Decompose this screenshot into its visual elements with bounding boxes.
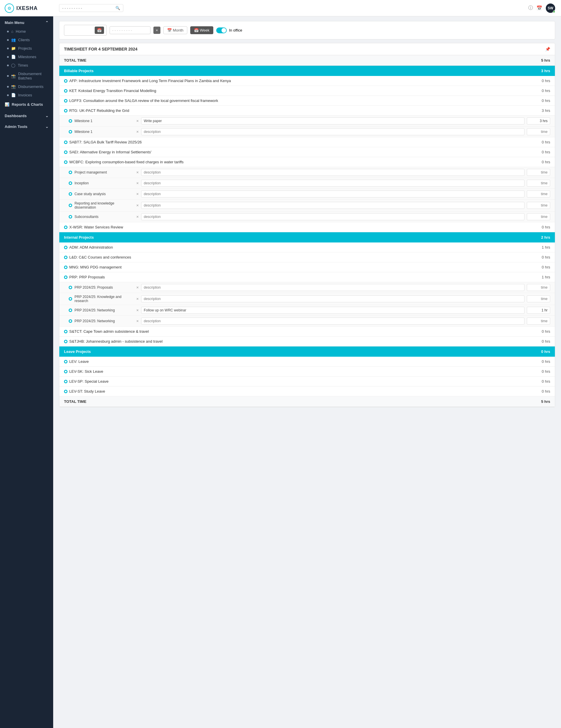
project-name-mng: MNG: MNG PDG management — [64, 265, 122, 269]
sidebar-item-reports[interactable]: 📊 Reports & Charts — [0, 99, 53, 110]
project-name-prp: PRP: PRP Proposals — [64, 275, 105, 279]
date-input-wrap[interactable]: 2024-09-04 📅 — [64, 25, 107, 36]
milestone-time-input[interactable] — [527, 128, 550, 135]
clear-button[interactable]: × — [153, 27, 160, 34]
milestone-time-input[interactable] — [527, 295, 550, 302]
milestone-row-prp-4: PRP 2024/25: Networking ✕ — [59, 316, 555, 327]
user-avatar[interactable]: SW — [546, 4, 555, 13]
milestone-desc-input[interactable] — [141, 128, 524, 135]
milestone-remove-button[interactable]: ✕ — [136, 192, 139, 196]
milestone-remove-button[interactable]: ✕ — [136, 297, 139, 301]
project-row-adm: ADM: ADM Administration 1 hrs — [59, 242, 555, 252]
milestone-desc-input[interactable] — [141, 190, 524, 197]
sidebar-item-home[interactable]: ⌂ Home — [0, 27, 53, 36]
total-time-top-value: 5 hrs — [541, 58, 550, 63]
milestone-remove-button[interactable]: ✕ — [136, 130, 139, 134]
milestone-row-wcbfc-5: Subconsultants ✕ — [59, 212, 555, 222]
calendar-icon[interactable]: 📅 — [536, 5, 542, 11]
sidebar-item-projects[interactable]: 📁 Projects — [0, 44, 53, 53]
leave-label: Leave Projects — [64, 349, 91, 354]
milestone-desc-input[interactable] — [141, 117, 524, 124]
project-dot — [64, 109, 67, 112]
month-button[interactable]: 📅 Month — [163, 26, 187, 34]
date-input[interactable]: 2024-09-04 — [67, 28, 93, 32]
project-name-rtg: RTG: UK-PACT Rebuilding the Grid — [64, 108, 129, 113]
milestone-time-input[interactable] — [527, 117, 550, 124]
milestone-time-input[interactable] — [527, 180, 550, 187]
sidebar-item-milestones[interactable]: 📄 Milestones — [0, 53, 53, 61]
sidebar-item-disbursements[interactable]: 📸 Disbursements — [0, 82, 53, 91]
help-icon[interactable]: ⓘ — [528, 5, 533, 11]
milestone-desc-input[interactable] — [141, 307, 524, 314]
milestone-row-wcbfc-2: Inception ✕ — [59, 178, 555, 189]
milestone-desc-input[interactable] — [141, 180, 524, 187]
project-name-saei: SAEI: Alternative Energy in Informal Set… — [64, 150, 151, 154]
search-icon[interactable]: 🔍 — [115, 6, 120, 10]
range-input-wrap[interactable]: - - - - - - - - - — [110, 26, 150, 34]
sidebar-item-times[interactable]: ◯ Times — [0, 61, 53, 70]
milestone-remove-button[interactable]: ✕ — [136, 204, 139, 207]
milestone-remove-button[interactable]: ✕ — [136, 119, 139, 123]
milestone-time-input[interactable] — [527, 318, 550, 325]
milestone-desc-input[interactable] — [141, 295, 524, 302]
sidebar-item-invoices[interactable]: 📄 Invoices — [0, 91, 53, 99]
pin-icon[interactable]: 📌 — [545, 47, 550, 51]
chevron-down-icon: ⌄ — [45, 124, 49, 129]
dot-icon — [7, 86, 9, 88]
milestone-remove-button[interactable]: ✕ — [136, 319, 139, 323]
timesheet-title: TIMESHEET FOR 4 SEPTEMBER 2024 — [64, 47, 137, 51]
milestone-remove-button[interactable]: ✕ — [136, 286, 139, 290]
sidebar: ⊙ IXESHA Main Menu ⌃ ⌂ Home 👥 Clients 📁 … — [0, 0, 53, 728]
sidebar-item-clients[interactable]: 👥 Clients — [0, 36, 53, 44]
milestone-remove-button[interactable]: ✕ — [136, 308, 139, 312]
project-dot — [64, 150, 67, 154]
search-input[interactable] — [62, 6, 114, 10]
project-row-lev-st: LEV-ST: Study Leave 0 hrs — [59, 386, 555, 396]
milestone-remove-button[interactable]: ✕ — [136, 181, 139, 185]
chevron-down-icon: ⌄ — [45, 114, 49, 118]
search-box[interactable]: 🔍 — [59, 4, 123, 12]
milestone-dot — [69, 215, 72, 219]
calendar-pick-button[interactable]: 📅 — [95, 27, 104, 34]
milestone-dot — [69, 286, 72, 289]
project-row-lev-sk: LEV-SK: Sick Leave 0 hrs — [59, 367, 555, 377]
week-button[interactable]: 📅 Week — [190, 26, 213, 34]
sidebar-item-admin[interactable]: Admin Tools ⌄ — [0, 120, 53, 131]
total-time-top-row: TOTAL TIME 5 hrs — [59, 55, 555, 66]
main-menu-header[interactable]: Main Menu ⌃ — [0, 16, 53, 27]
sidebar-item-dashboards[interactable]: Dashboards ⌄ — [0, 110, 53, 120]
dot-icon — [7, 94, 9, 96]
milestone-name-wrap: PRP 2024/25: Networking ✕ — [75, 319, 139, 323]
milestone-remove-button[interactable]: ✕ — [136, 215, 139, 219]
milestone-remove-button[interactable]: ✕ — [136, 171, 139, 174]
dot-icon — [7, 56, 9, 58]
leave-value: 0 hrs — [541, 349, 550, 354]
billable-label: Billable Projects — [64, 69, 93, 73]
main-area: 🔍 ⓘ 📅 SW 2024-09-04 📅 - - - - - - - - - … — [53, 0, 561, 728]
milestone-row-wcbfc-4: Reporting and knowledge dissemination ✕ — [59, 200, 555, 212]
sidebar-item-disbursement-batches[interactable]: 📸 Disbursement Batches — [0, 70, 53, 82]
total-time-bottom-label: TOTAL TIME — [64, 399, 86, 404]
milestone-desc-input[interactable] — [141, 284, 524, 291]
project-hours-lev: 0 hrs — [542, 359, 550, 364]
milestone-desc-input[interactable] — [141, 202, 524, 209]
milestone-time-input[interactable] — [527, 307, 550, 314]
milestone-desc-input[interactable] — [141, 169, 524, 176]
milestone-time-input[interactable] — [527, 202, 550, 209]
project-hours-lev-st: 0 hrs — [542, 389, 550, 394]
milestone-row-wcbfc-1: Project management ✕ — [59, 167, 555, 178]
timesheet: TIMESHEET FOR 4 SEPTEMBER 2024 📌 TOTAL T… — [59, 43, 555, 407]
milestone-name-wrap: PRP 2024/25: Proposals ✕ — [75, 285, 139, 290]
milestone-time-input[interactable] — [527, 284, 550, 291]
milestone-time-input[interactable] — [527, 169, 550, 176]
milestone-desc-input[interactable] — [141, 213, 524, 220]
projects-icon: 📁 — [11, 46, 16, 51]
in-office-toggle[interactable] — [216, 27, 227, 33]
total-time-bottom-row: TOTAL TIME 5 hrs — [59, 396, 555, 407]
project-name-xwsr: X-WSR: Water Services Review — [64, 225, 123, 229]
calendar-small-icon2: 📅 — [194, 28, 199, 32]
milestone-desc-input[interactable] — [141, 318, 524, 325]
milestone-time-input[interactable] — [527, 213, 550, 220]
milestone-dot — [69, 171, 72, 174]
milestone-time-input[interactable] — [527, 190, 550, 197]
